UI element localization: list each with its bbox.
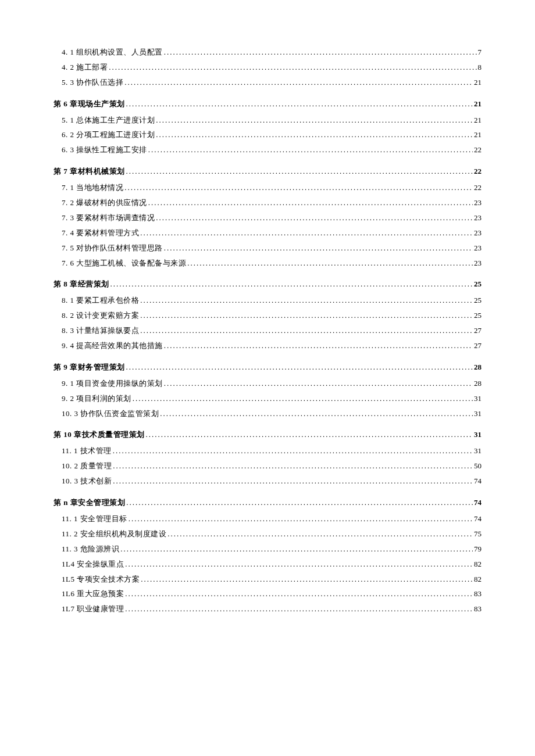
toc-label[interactable]: 1L7 职业健康管理 [62, 604, 124, 614]
toc-leader-dots [146, 430, 473, 440]
toc-page-number[interactable]: 22 [474, 183, 482, 193]
toc-leader-dots [125, 560, 473, 569]
toc-entry: 9. 1 项目资金使用操纵的策划 28 [54, 379, 482, 389]
toc-label[interactable]: 第 6 章现场生产策划 [54, 99, 125, 109]
toc-entry: 5. 1 总体施工生产进度计划21 [54, 116, 482, 126]
toc-entry: 6. 2 分项工程施工进度计划 21 [54, 130, 482, 140]
toc-page-number[interactable]: 23 [474, 228, 482, 238]
toc-label[interactable]: 第 9 章财务管理策划 [54, 363, 125, 372]
toc-entry: 7. 1 当地地材情况 22 [54, 183, 482, 193]
toc-label[interactable]: 6. 3 操纵性工程施工安排 [62, 145, 147, 155]
toc-entry: 8. 1 要紧工程承包价格 25 [54, 296, 482, 306]
toc-label[interactable]: 9. 1 项目资金使用操纵的策划 [62, 379, 163, 389]
toc-page-number[interactable]: 31 [474, 409, 482, 419]
toc-page-number[interactable]: 31 [474, 430, 482, 440]
toc-label[interactable]: 8. 1 要紧工程承包价格 [62, 296, 139, 306]
toc-entry: 5. 3 协作队伍选择 21 [54, 78, 482, 88]
toc-label[interactable]: 8. 3 计量结算操纵要点 [62, 326, 139, 336]
toc-page-number[interactable]: 79 [474, 544, 482, 554]
toc-label[interactable]: 7. 6 大型施工机械、设备配备与来源 [62, 259, 186, 268]
toc-page-number[interactable]: 22 [474, 145, 482, 155]
toc-page-number[interactable]: 27 [474, 341, 482, 351]
toc-page-number[interactable]: 75 [474, 529, 482, 539]
toc-chapter: 第 6 章现场生产策划21 [54, 99, 482, 109]
toc-label[interactable]: 10. 3 协作队伍资金监管策划 [62, 409, 159, 419]
toc-label[interactable]: 4. 2 施工部署 [62, 63, 108, 73]
toc-label[interactable]: 7. 2 爆破材料的供应情况 [62, 198, 147, 208]
toc-entry: 11. 1 技术管理31 [54, 446, 482, 456]
toc-leader-dots [113, 446, 473, 456]
toc-label[interactable]: 11. 2 安全组织机构及制度建设 [62, 529, 166, 539]
toc-page-number[interactable]: 21 [474, 116, 482, 126]
toc-leader-dots [156, 213, 473, 223]
toc-label[interactable]: 第 n 章安全管理策划 [54, 498, 125, 508]
toc-label[interactable]: 11. 3 危险源辨识 [62, 544, 119, 554]
toc-leader-dots [156, 130, 473, 140]
toc-label[interactable]: 8. 2 设计变更索赔方案 [62, 311, 139, 321]
toc-leader-dots [126, 167, 473, 177]
toc-page-number[interactable]: 28 [474, 379, 482, 389]
toc-label[interactable]: 6. 2 分项工程施工进度计划 [62, 130, 155, 140]
toc-page-number[interactable]: 82 [474, 560, 482, 569]
toc-label[interactable]: 10. 3 技术创新 [62, 476, 112, 486]
toc-leader-dots [113, 461, 473, 471]
toc-page-number[interactable]: 23 [474, 213, 482, 223]
toc-page-number[interactable]: 82 [474, 575, 482, 585]
toc-page-number[interactable]: 21 [474, 99, 482, 109]
toc-page-number[interactable]: 83 [474, 604, 482, 614]
toc-entry: 7. 6 大型施工机械、设备配备与来源 23 [54, 259, 482, 268]
toc-page-number[interactable]: 25 [474, 296, 482, 306]
toc-leader-dots [140, 296, 473, 306]
toc-page-number[interactable]: 25 [474, 280, 482, 289]
toc-entry: 11. 3 危险源辨识 79 [54, 544, 482, 554]
toc-page-number[interactable]: 50 [474, 461, 482, 471]
toc-label[interactable]: 1L4 安全操纵重点 [62, 560, 124, 569]
toc-label[interactable]: 11. 1 安全管理目标 [62, 514, 127, 524]
toc-page-number[interactable]: 22 [474, 167, 482, 177]
toc-label[interactable]: 第 7 章材料机械策划 [54, 167, 125, 177]
toc-entry: 10. 2 质量管理 50 [54, 461, 482, 471]
toc-page-number[interactable]: 27 [474, 326, 482, 336]
toc-page-number[interactable]: 23 [474, 198, 482, 208]
toc-page-number[interactable]: 74 [474, 514, 482, 524]
toc-label[interactable]: 7. 5 对协作队伍材料管理思路 [62, 243, 163, 253]
toc-page-number[interactable]: 21 [474, 78, 482, 88]
toc-label[interactable]: 第 10 章技术质量管理策划 [54, 430, 145, 440]
toc-page-number[interactable]: 74 [474, 498, 482, 508]
toc-leader-dots [164, 243, 473, 253]
toc-label[interactable]: 1L5 专项安全技术方案 [62, 575, 140, 585]
toc-label[interactable]: 5. 3 协作队伍选择 [62, 78, 123, 88]
toc-page-number[interactable]: 21 [474, 130, 482, 140]
toc-label[interactable]: 9. 2 项目利润的策划 [62, 394, 131, 404]
toc-label[interactable]: 7. 1 当地地材情况 [62, 183, 123, 193]
toc-page-number[interactable]: 28 [474, 363, 482, 372]
toc-leader-dots [141, 575, 473, 585]
toc-label[interactable]: 1L6 重大应急预案 [62, 589, 124, 599]
toc-page-number[interactable]: 31 [474, 446, 482, 456]
toc-label[interactable]: 11. 1 技术管理 [62, 446, 112, 456]
toc-entry: 7. 2 爆破材料的供应情况23 [54, 198, 482, 208]
toc-page-number[interactable]: 74 [474, 476, 482, 486]
toc-page-number[interactable]: 25 [474, 311, 482, 321]
toc-page-number[interactable]: 31 [474, 394, 482, 404]
toc-page-number[interactable]: 23 [474, 243, 482, 253]
toc-page-number[interactable]: 23 [474, 259, 482, 268]
toc-chapter: 第 n 章安全管理策划 74 [54, 498, 482, 508]
toc-entry: 11. 2 安全组织机构及制度建设 75 [54, 529, 482, 539]
toc-label[interactable]: 9. 4 提高经营效果的其他措施 [62, 341, 163, 351]
toc-entry: 1L4 安全操纵重点 82 [54, 560, 482, 569]
toc-label[interactable]: 7. 4 要紧材料管理方式 [62, 228, 139, 238]
toc-label[interactable]: 4. 1 组织机构设置、人员配置 [62, 48, 163, 58]
toc-label[interactable]: 7. 3 要紧材料市场调查情况 [62, 213, 155, 223]
toc-leader-dots [156, 116, 473, 126]
toc-label[interactable]: 10. 2 质量管理 [62, 461, 112, 471]
toc-label[interactable]: 第 8 章经营策划 [54, 280, 109, 289]
toc-page-number[interactable]: 83 [474, 589, 482, 599]
toc-page-number[interactable]: 7 [478, 48, 482, 58]
toc-entry: 7. 3 要紧材料市场调查情况23 [54, 213, 482, 223]
toc-leader-dots [120, 544, 473, 554]
toc-leader-dots [125, 589, 473, 599]
toc-label[interactable]: 5. 1 总体施工生产进度计划 [62, 116, 155, 126]
toc-entry: 1L7 职业健康管理 83 [54, 604, 482, 614]
toc-page-number[interactable]: 8 [478, 63, 482, 73]
